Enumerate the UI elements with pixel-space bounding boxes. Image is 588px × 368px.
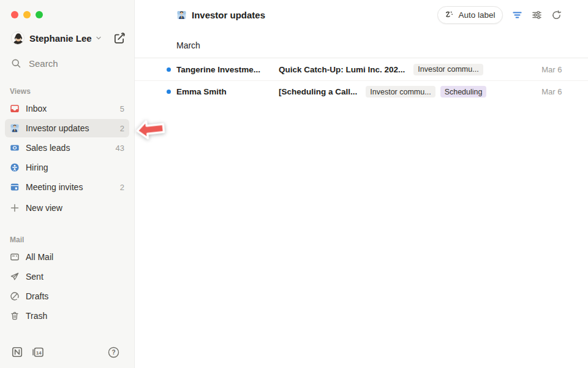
views-section-label: Views	[0, 87, 134, 96]
banknote-icon	[10, 143, 20, 153]
calendar-icon	[10, 182, 20, 192]
sidebar-item-label: Drafts	[26, 291, 48, 301]
email-content: Emma Smith [Scheduling a Call... Investo…	[176, 86, 486, 98]
drafts-pencil-icon	[10, 291, 20, 301]
help-button[interactable]: ?	[108, 347, 119, 358]
sidebar-item-drafts[interactable]: Drafts	[5, 287, 129, 305]
email-row[interactable]: Emma Smith [Scheduling a Call... Investo…	[135, 80, 588, 102]
sidebar-item-sales-leads[interactable]: Sales leads 43	[5, 139, 129, 157]
email-row[interactable]: Tangerine Investme... Quick Catch-Up: Lu…	[135, 58, 588, 80]
label-tag[interactable]: Investor commu...	[366, 86, 435, 98]
sidebar-item-label: Hiring	[26, 163, 48, 172]
page-title: Investor updates	[192, 10, 265, 20]
sidebar-item-label: New view	[26, 203, 62, 213]
auto-label-button[interactable]: Auto label	[437, 6, 503, 24]
inbox-icon	[10, 104, 20, 113]
label-tag[interactable]: Investor commu...	[413, 64, 483, 75]
all-mail-icon	[10, 252, 20, 262]
person-circle-icon	[10, 163, 20, 172]
email-sender: Tangerine Investme...	[176, 65, 271, 74]
email-date: Mar 6	[538, 87, 562, 96]
user-avatar	[11, 31, 24, 45]
mail-nav: All Mail Sent Drafts	[0, 248, 134, 326]
sidebar-item-investor-updates[interactable]: Investor updates 2	[5, 119, 129, 137]
label-tag[interactable]: Scheduling	[440, 86, 487, 98]
auto-label-wand-icon	[444, 10, 454, 20]
person-in-suit-icon	[10, 123, 20, 133]
unread-count: 2	[120, 124, 124, 133]
main-panel: Investor updates Auto label	[135, 0, 588, 368]
person-in-suit-icon	[176, 10, 187, 20]
date-group-header: March	[135, 29, 588, 58]
email-labels: Investor commu... Scheduling	[366, 86, 486, 98]
account-switcher[interactable]: Stephanie Lee	[11, 28, 126, 48]
unread-count: 5	[120, 104, 124, 113]
sidebar-item-all-mail[interactable]: All Mail	[5, 248, 129, 266]
sidebar-item-sent[interactable]: Sent	[5, 267, 129, 286]
email-labels: Investor commu...	[413, 64, 483, 75]
filter-icon[interactable]	[512, 10, 522, 20]
sidebar-item-trash[interactable]: Trash	[5, 307, 129, 325]
sidebar-item-label: Trash	[26, 311, 47, 321]
sidebar-footer: 14 ?	[0, 341, 134, 368]
sidebar-item-label: Sent	[26, 272, 43, 282]
search-icon	[11, 58, 21, 69]
notion-mail-window: Stephanie Lee Search Views	[0, 0, 588, 368]
sidebar: Stephanie Lee Search Views	[0, 0, 135, 368]
display-settings-icon[interactable]	[532, 10, 542, 20]
unread-dot	[167, 90, 171, 94]
zoom-window-button[interactable]	[36, 11, 43, 18]
plus-icon	[10, 203, 20, 213]
chevron-down-icon	[95, 34, 102, 42]
paper-plane-icon	[10, 272, 20, 282]
sidebar-item-label: Sales leads	[26, 143, 70, 153]
svg-text:?: ?	[111, 349, 115, 356]
notion-calendar-icon[interactable]: 14	[32, 346, 44, 358]
mail-section-label: Mail	[0, 236, 134, 244]
sidebar-item-label: Investor updates	[26, 123, 89, 133]
svg-text:14: 14	[36, 350, 42, 356]
sidebar-item-inbox[interactable]: Inbox 5	[5, 99, 129, 118]
email-sender: Emma Smith	[176, 87, 271, 96]
search-input[interactable]: Search	[5, 54, 129, 72]
views-nav: Inbox 5 Investor updates 2	[0, 99, 134, 218]
sidebar-item-label: Inbox	[26, 104, 47, 113]
auto-label-text: Auto label	[458, 10, 495, 20]
email-date: Mar 6	[538, 65, 562, 74]
sidebar-item-label: All Mail	[26, 252, 53, 262]
toolbar: Auto label	[437, 6, 562, 24]
minimize-window-button[interactable]	[23, 11, 31, 18]
email-list: Tangerine Investme... Quick Catch-Up: Lu…	[135, 58, 588, 102]
unread-count: 43	[116, 144, 124, 153]
window-controls	[0, 0, 134, 20]
sidebar-item-label: Meeting invites	[26, 182, 83, 192]
new-view-button[interactable]: New view	[5, 199, 129, 217]
sidebar-item-hiring[interactable]: Hiring	[5, 158, 129, 177]
group-title: March	[176, 40, 200, 50]
main-header: Investor updates Auto label	[135, 0, 588, 29]
unread-dot	[167, 67, 171, 72]
unread-count: 2	[120, 183, 124, 192]
compose-button[interactable]	[112, 31, 126, 45]
trash-icon	[10, 311, 20, 321]
notion-logo-icon[interactable]	[11, 346, 23, 358]
email-subject: [Scheduling a Call...	[279, 87, 357, 96]
search-placeholder: Search	[29, 58, 58, 69]
email-subject: Quick Catch-Up: Lumi Inc. 202...	[279, 65, 405, 74]
sidebar-item-meeting-invites[interactable]: Meeting invites 2	[5, 178, 129, 196]
user-name: Stephanie Lee	[29, 33, 92, 44]
email-content: Tangerine Investme... Quick Catch-Up: Lu…	[176, 64, 486, 75]
close-window-button[interactable]	[11, 11, 18, 18]
refresh-icon[interactable]	[551, 10, 562, 20]
